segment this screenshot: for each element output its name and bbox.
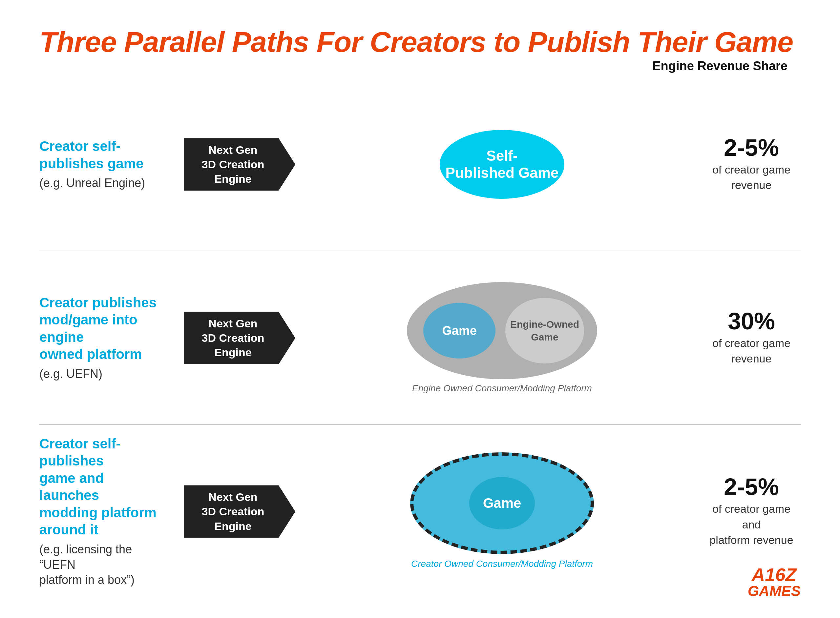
path3-revenue-pct: 2-5% [702, 475, 801, 499]
self-published-label: Self-Published Game [446, 147, 559, 182]
path1-label: Creator self- publishes game (e.g. Unrea… [39, 138, 164, 191]
path3-platform-caption: Creator Owned Consumer/Modding Platform [411, 559, 593, 569]
path2-label: Creator publishes mod/game into engine o… [39, 294, 164, 382]
big-gray-ellipse: Game Engine-OwnedGame [407, 282, 597, 379]
game-inner-ellipse: Game [469, 477, 535, 529]
page-container: Three Parallel Paths For Creators to Pub… [0, 0, 840, 618]
path1-diagram: Self-Published Game [315, 130, 689, 199]
logo-container: A16Z GAMES [748, 566, 801, 598]
logo-games: GAMES [748, 584, 801, 598]
path1-revenue-pct: 2-5% [702, 136, 801, 159]
path2-subtitle: (e.g. UEFN) [39, 366, 164, 382]
path1-engine-text: Next Gen 3D Creation Engine [184, 143, 295, 186]
path-row-2: Creator publishes mod/game into engine o… [39, 251, 801, 425]
path3-diagram: Game Creator Owned Consumer/Modding Plat… [315, 452, 689, 570]
game-ellipse-blue: Game [423, 303, 495, 358]
creator-platform-diagram: Game Creator Owned Consumer/Modding Plat… [404, 452, 601, 570]
revenue-header: Engine Revenue Share [652, 59, 788, 73]
path3-revenue: 2-5% of creator game andplatform revenue [689, 475, 801, 548]
path3-title: Creator self-publishes game and launches… [39, 435, 164, 539]
path2-arrow: Next Gen 3D Creation Engine [184, 312, 295, 364]
game-blue-label: Game [442, 324, 477, 338]
path3-revenue-desc: of creator game andplatform revenue [702, 501, 801, 548]
path3-engine-text: Next Gen 3D Creation Engine [184, 490, 295, 533]
path1-revenue: 2-5% of creator gamerevenue [689, 136, 801, 193]
path1-arrow: Next Gen 3D Creation Engine [184, 138, 295, 190]
rows-container: Creator self- publishes game (e.g. Unrea… [39, 78, 801, 598]
path3-arrow: Next Gen 3D Creation Engine [184, 485, 295, 538]
path2-diagram: Game Engine-OwnedGame Engine Owned Consu… [315, 282, 689, 394]
self-published-ellipse: Self-Published Game [440, 130, 564, 199]
main-title: Three Parallel Paths For Creators to Pub… [39, 26, 801, 58]
path2-revenue-desc: of creator gamerevenue [702, 336, 801, 367]
path3-label: Creator self-publishes game and launches… [39, 435, 164, 588]
engine-platform-diagram: Game Engine-OwnedGame Engine Owned Consu… [400, 282, 604, 394]
path1-revenue-desc: of creator gamerevenue [702, 162, 801, 193]
path2-revenue-pct: 30% [702, 309, 801, 333]
game-inner-label: Game [483, 495, 521, 511]
path-row-1: Creator self- publishes game (e.g. Unrea… [39, 78, 801, 251]
path2-revenue: 30% of creator gamerevenue [689, 309, 801, 367]
path2-platform-caption: Engine Owned Consumer/Modding Platform [412, 383, 592, 394]
engine-owned-label: Engine-OwnedGame [510, 318, 579, 343]
path1-subtitle: (e.g. Unreal Engine) [39, 175, 164, 191]
path-row-3: Creator self-publishes game and launches… [39, 425, 801, 598]
logo-a16z: A16Z [748, 566, 801, 584]
path2-title: Creator publishes mod/game into engine o… [39, 294, 164, 363]
creator-dotted-ellipse: Game [410, 452, 594, 554]
path2-engine-text: Next Gen 3D Creation Engine [184, 316, 295, 360]
engine-owned-ellipse: Engine-OwnedGame [505, 298, 584, 364]
path1-title: Creator self- publishes game [39, 138, 164, 172]
path3-subtitle: (e.g. licensing the “UEFN platform in a … [39, 542, 164, 588]
